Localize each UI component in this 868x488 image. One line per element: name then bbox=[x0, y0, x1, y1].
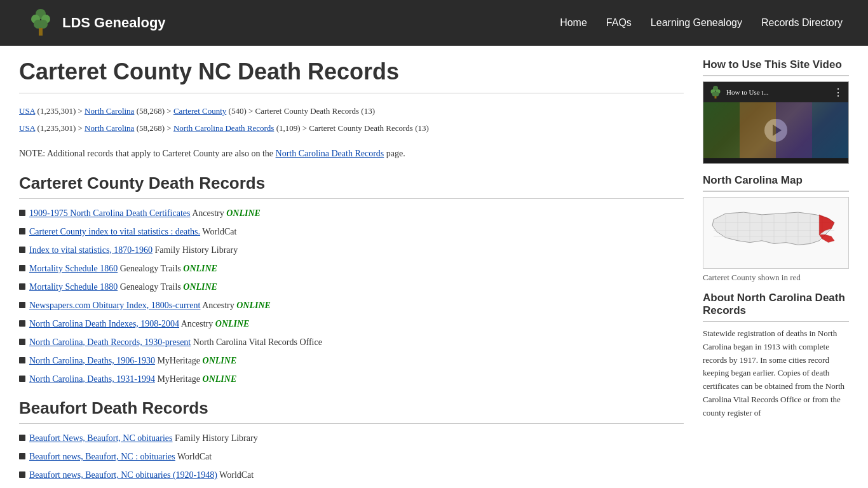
record-link[interactable]: Beaufort news, Beaufort, NC : obituaries bbox=[29, 452, 175, 461]
record-link[interactable]: Index to vital statistics, 1870-1960 bbox=[29, 245, 153, 255]
page-title: Carteret County NC Death Records bbox=[19, 58, 684, 93]
nav-learning-genealogy[interactable]: Learning Genealogy bbox=[651, 17, 742, 29]
bullet-icon bbox=[19, 302, 25, 308]
about-text: Statewide registration of deaths in Nort… bbox=[703, 327, 849, 420]
nc-death-records-link[interactable]: North Carolina Death Records bbox=[276, 149, 384, 158]
record-link[interactable]: North Carolina, Deaths, 1931-1994 bbox=[29, 374, 155, 384]
list-item: Index to vital statistics, 1870-1960 Fam… bbox=[19, 243, 684, 257]
record-link[interactable]: North Carolina, Deaths, 1906-1930 bbox=[29, 356, 155, 365]
list-item: Beaufort News, Beaufort, NC obituaries F… bbox=[19, 431, 684, 445]
video-section-title: How to Use This Site Video bbox=[703, 58, 849, 76]
logo-text: LDS Genealogy bbox=[62, 15, 166, 31]
list-item: 1909-1975 North Carolina Death Certifica… bbox=[19, 207, 684, 220]
list-item: Beaufort news, Beaufort, NC : obituaries… bbox=[19, 450, 684, 463]
breadcrumb-usa-2[interactable]: USA bbox=[19, 123, 35, 133]
video-logo-icon bbox=[709, 85, 722, 99]
online-badge: ONLINE bbox=[236, 301, 271, 310]
list-item: North Carolina Death Indexes, 1908-2004 … bbox=[19, 317, 684, 330]
breadcrumb-nc-death[interactable]: North Carolina Death Records bbox=[173, 123, 274, 133]
bullet-icon bbox=[19, 228, 25, 234]
online-badge: ONLINE bbox=[183, 282, 217, 292]
bullet-icon bbox=[19, 357, 25, 363]
bullet-icon bbox=[19, 283, 25, 290]
sidebar: How to Use This Site Video How t bbox=[703, 58, 849, 488]
breadcrumb-1: USA (1,235,301) > North Carolina (58,268… bbox=[19, 105, 684, 118]
svg-rect-5 bbox=[39, 28, 43, 36]
bullet-icon bbox=[19, 435, 25, 441]
svg-point-10 bbox=[715, 92, 719, 97]
svg-point-4 bbox=[39, 20, 48, 29]
video-preview-bg bbox=[703, 102, 848, 158]
bullet-icon bbox=[19, 247, 25, 253]
record-list-2: Beaufort News, Beaufort, NC obituaries F… bbox=[19, 431, 684, 482]
bullet-icon bbox=[19, 471, 25, 478]
bullet-icon bbox=[19, 265, 25, 271]
nc-map-caption: Carteret County shown in red bbox=[703, 273, 849, 283]
online-badge: ONLINE bbox=[183, 264, 217, 273]
breadcrumb-usa-1[interactable]: USA bbox=[19, 106, 35, 116]
list-item: Mortality Schedule 1880 Genealogy Trails… bbox=[19, 280, 684, 294]
site-header: LDS Genealogy Home FAQs Learning Genealo… bbox=[0, 0, 868, 46]
list-item: Newspapers.com Obituary Index, 1800s-cur… bbox=[19, 299, 684, 312]
breadcrumb-nc-2[interactable]: North Carolina bbox=[85, 123, 134, 133]
section2-title: Beaufort Death Records bbox=[19, 398, 684, 424]
about-section-title: About North Carolina Death Records bbox=[703, 292, 849, 322]
nav-faqs[interactable]: FAQs bbox=[606, 17, 632, 29]
video-channel-name: How to Use t... bbox=[726, 88, 769, 96]
bullet-icon bbox=[19, 320, 25, 327]
bullet-icon bbox=[19, 339, 25, 345]
list-item: North Carolina, Deaths, 1931-1994 MyHeri… bbox=[19, 372, 684, 386]
video-top-bar-left: How to Use t... bbox=[709, 85, 769, 99]
video-thumbnail[interactable]: How to Use t... ⋮ bbox=[703, 81, 849, 164]
record-link[interactable]: North Carolina, Death Records, 1930-pres… bbox=[29, 337, 191, 347]
main-content: Carteret County NC Death Records USA (1,… bbox=[19, 58, 684, 488]
video-section: How to Use This Site Video How t bbox=[703, 58, 849, 164]
bullet-icon bbox=[19, 210, 25, 216]
nc-map-title: North Carolina Map bbox=[703, 174, 849, 192]
record-link[interactable]: Mortality Schedule 1860 bbox=[29, 264, 118, 273]
record-list-1: 1909-1975 North Carolina Death Certifica… bbox=[19, 207, 684, 386]
bullet-icon bbox=[19, 376, 25, 382]
online-badge: ONLINE bbox=[215, 319, 250, 329]
nc-map-container bbox=[703, 197, 849, 269]
page-container: Carteret County NC Death Records USA (1,… bbox=[0, 46, 868, 488]
list-item: North Carolina, Death Records, 1930-pres… bbox=[19, 336, 684, 349]
video-preview-area[interactable] bbox=[703, 102, 848, 158]
list-item: Beaufort news, Beaufort, NC obituaries (… bbox=[19, 468, 684, 482]
record-link[interactable]: North Carolina Death Indexes, 1908-2004 bbox=[29, 319, 179, 329]
breadcrumb-nc-1[interactable]: North Carolina bbox=[85, 106, 134, 116]
list-item: Mortality Schedule 1860 Genealogy Trails… bbox=[19, 262, 684, 275]
svg-marker-12 bbox=[712, 212, 834, 245]
nav-records-directory[interactable]: Records Directory bbox=[761, 17, 843, 29]
about-section: About North Carolina Death Records State… bbox=[703, 292, 849, 420]
nav-home[interactable]: Home bbox=[560, 17, 587, 29]
record-link[interactable]: 1909-1975 North Carolina Death Certifica… bbox=[29, 208, 190, 218]
online-badge: ONLINE bbox=[203, 356, 237, 365]
record-link[interactable]: Mortality Schedule 1880 bbox=[29, 282, 118, 292]
online-badge: ONLINE bbox=[203, 374, 237, 384]
nc-map-section: North Carolina Map bbox=[703, 174, 849, 283]
record-link[interactable]: Beaufort News, Beaufort, NC obituaries bbox=[29, 433, 173, 443]
record-link[interactable]: Newspapers.com Obituary Index, 1800s-cur… bbox=[29, 301, 200, 310]
breadcrumb-2: USA (1,235,301) > North Carolina (58,268… bbox=[19, 122, 684, 135]
section1-title: Carteret County Death Records bbox=[19, 173, 684, 199]
nc-map-svg bbox=[707, 201, 841, 262]
list-item: North Carolina, Deaths, 1906-1930 MyHeri… bbox=[19, 354, 684, 367]
logo-area[interactable]: LDS Genealogy bbox=[25, 8, 166, 38]
main-nav: Home FAQs Learning Genealogy Records Dir… bbox=[560, 17, 843, 29]
record-link[interactable]: Beaufort news, Beaufort, NC obituaries (… bbox=[29, 470, 217, 480]
note-text: NOTE: Additional records that apply to C… bbox=[19, 147, 684, 161]
online-badge: ONLINE bbox=[226, 208, 261, 218]
record-link[interactable]: Carteret County index to vital statistic… bbox=[29, 227, 200, 236]
video-options-icon[interactable]: ⋮ bbox=[833, 86, 843, 98]
logo-tree-icon bbox=[25, 8, 56, 38]
list-item: Carteret County index to vital statistic… bbox=[19, 225, 684, 238]
svg-rect-11 bbox=[715, 96, 717, 98]
video-top-bar: How to Use t... ⋮ bbox=[703, 82, 848, 102]
bullet-icon bbox=[19, 453, 25, 459]
breadcrumb-carteret[interactable]: Carteret County bbox=[173, 106, 226, 116]
